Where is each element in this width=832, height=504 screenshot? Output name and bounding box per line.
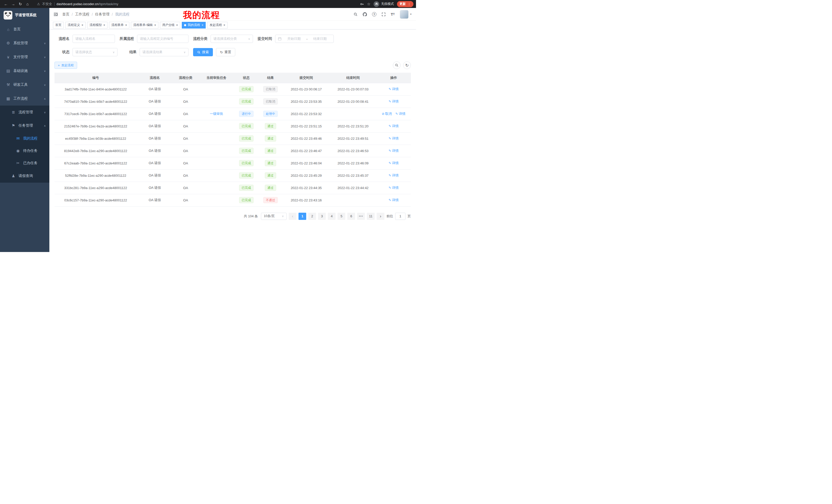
tab-process-model[interactable]: 流程模型× <box>87 22 107 29</box>
search-button[interactable]: 搜索 <box>193 48 213 56</box>
sidebar-item-home[interactable]: ⌂首页 <box>0 22 49 36</box>
next-page-button[interactable]: › <box>377 213 384 220</box>
current-task-link[interactable]: 一级审批 <box>210 112 223 116</box>
page-button-more[interactable]: ••• <box>357 213 365 220</box>
github-icon[interactable] <box>363 12 367 17</box>
incognito-icon <box>373 1 379 7</box>
close-icon[interactable]: × <box>81 24 83 27</box>
search-icon[interactable] <box>354 12 358 17</box>
browser-home-icon[interactable]: ⌂ <box>24 1 31 7</box>
sidebar-item-payment[interactable]: ¥支付管理∨ <box>0 50 49 64</box>
security-label[interactable]: 不安全 <box>42 2 52 6</box>
page-button-1[interactable]: 1 <box>298 213 306 220</box>
tab-process-form-edit[interactable]: 流程表单-编辑× <box>131 22 158 29</box>
close-icon[interactable]: × <box>125 24 127 27</box>
tab-user-group[interactable]: 用户分组× <box>160 22 180 29</box>
cancel-link[interactable]: ⊘取消 <box>382 111 392 116</box>
sidebar-item-devtools[interactable]: ⚒研发工具∨ <box>0 78 49 92</box>
page-button-11[interactable]: 11 <box>367 213 374 220</box>
update-button[interactable]: 更新 ⋮ <box>397 1 413 7</box>
tab-start-process[interactable]: 发起流程× <box>207 22 228 29</box>
sidebar-item-done-tasks[interactable]: ✂已办任务 <box>0 157 49 169</box>
gear-icon: ⚙ <box>5 41 11 46</box>
app-logo[interactable]: 芋道管理系统 <box>0 8 49 22</box>
result-tag: 已取消 <box>263 86 278 92</box>
detail-link[interactable]: ✎详情 <box>389 148 398 153</box>
breadcrumb-item[interactable]: 工作流程 <box>75 12 89 17</box>
breadcrumb-item[interactable]: 任务管理 <box>95 12 109 17</box>
parent-process-input[interactable]: 请输入流程定义的编号 <box>137 35 188 43</box>
detail-link[interactable]: ✎详情 <box>389 161 398 165</box>
sidebar-item-system[interactable]: ⚙系统管理∨ <box>0 36 49 50</box>
close-icon[interactable]: × <box>202 24 203 27</box>
active-dot <box>184 24 186 26</box>
toggle-search-button[interactable] <box>393 61 400 69</box>
incognito-badge[interactable]: 无痕模式 <box>373 1 394 7</box>
breadcrumb-separator: / <box>72 12 73 17</box>
browser-menu-icon[interactable]: ⋮ <box>408 2 411 6</box>
refresh-table-button[interactable]: ↻ <box>403 61 411 69</box>
prev-page-button[interactable]: ‹ <box>289 213 296 220</box>
start-date-placeholder[interactable]: 开始日期 <box>283 36 305 41</box>
start-process-button[interactable]: + 发起流程 <box>54 62 77 69</box>
page-size-select[interactable]: 10条/页 ∨ <box>261 213 287 220</box>
page-button-3[interactable]: 3 <box>318 213 326 220</box>
fullscreen-icon[interactable] <box>382 12 386 17</box>
forward-icon[interactable]: → <box>10 1 17 7</box>
tab-my-process[interactable]: 我的流程× <box>182 22 206 29</box>
tab-process-form[interactable]: 流程表单× <box>109 22 129 29</box>
cell-category: OA <box>173 108 199 120</box>
detail-link[interactable]: ✎详情 <box>389 136 398 141</box>
url-host[interactable]: dashboard.yudao.iocoder.cn <box>57 2 99 6</box>
url-path[interactable]: /bpm/task/my <box>99 2 118 6</box>
sidebar-item-label: 基础设施 <box>14 68 28 73</box>
close-icon[interactable]: × <box>224 24 225 27</box>
bookmark-star-icon[interactable]: ☆ <box>367 2 370 6</box>
end-date-placeholder[interactable]: 结束日期 <box>309 36 331 41</box>
cell-category: OA <box>173 83 199 95</box>
result-select[interactable]: 请选择流结果 ∨ <box>139 48 188 56</box>
close-icon[interactable]: × <box>103 24 105 27</box>
detail-link[interactable]: ✎详情 <box>395 111 406 116</box>
tab-process-definition[interactable]: 流程定义× <box>65 22 86 29</box>
back-icon[interactable]: ← <box>3 1 9 7</box>
page-button-2[interactable]: 2 <box>308 213 316 220</box>
goto-page-input[interactable]: 1 <box>395 213 406 220</box>
sidebar-item-todo-tasks[interactable]: ◉待办任务 <box>0 145 49 157</box>
hamburger-icon[interactable] <box>53 12 58 17</box>
close-icon[interactable]: × <box>176 24 178 27</box>
sidebar-item-task-management[interactable]: ⚑任务管理∧ <box>0 119 49 132</box>
submit-time-range-picker[interactable]: 开始日期 - 结束日期 <box>275 35 334 43</box>
tab-label: 流程表单-编辑 <box>133 23 153 27</box>
category-select[interactable]: 请选择流程分类 ∨ <box>211 35 253 43</box>
detail-link[interactable]: ✎详情 <box>389 186 398 190</box>
sidebar-item-process-management[interactable]: ≣流程管理∨ <box>0 106 49 119</box>
detail-link[interactable]: ✎详情 <box>389 124 398 129</box>
cell-end-time: 2022-01-22 23:44:42 <box>330 181 376 194</box>
sidebar-item-my-process[interactable]: ✉我的流程 <box>0 132 49 145</box>
password-key-icon[interactable] <box>360 2 364 6</box>
detail-link[interactable]: ✎详情 <box>389 99 398 104</box>
sidebar-item-workflow[interactable]: ▦工作流程∧ <box>0 92 49 106</box>
detail-link[interactable]: ✎详情 <box>389 87 398 91</box>
reload-icon[interactable]: ↻ <box>17 1 24 7</box>
breadcrumb-item[interactable]: 首页 <box>62 12 70 17</box>
address-bar[interactable]: ⚠ 不安全 dashboard.yudao.iocoder.cn/bpm/tas… <box>34 1 357 7</box>
user-menu[interactable]: ▼ <box>400 10 412 19</box>
font-size-icon[interactable]: TT <box>391 12 395 17</box>
detail-link[interactable]: ✎详情 <box>389 173 398 178</box>
cell-category: OA <box>173 157 199 169</box>
page-button-5[interactable]: 5 <box>338 213 345 220</box>
close-icon[interactable]: × <box>154 24 156 27</box>
status-select[interactable]: 请选择状态 ∨ <box>73 48 118 56</box>
page-button-6[interactable]: 6 <box>347 213 355 220</box>
tab-home[interactable]: 首页 <box>53 22 64 29</box>
page-button-4[interactable]: 4 <box>328 213 336 220</box>
sidebar-item-leave-query[interactable]: ♟请假查询 <box>0 169 49 183</box>
process-name-input[interactable]: 请输入流程名 <box>73 35 115 43</box>
sidebar-item-infrastructure[interactable]: ▤基础设施∨ <box>0 64 49 78</box>
detail-link[interactable]: ✎详情 <box>389 198 398 202</box>
cell-current-task <box>199 181 234 194</box>
help-icon[interactable]: ? <box>372 12 376 17</box>
reset-button[interactable]: ↻ 重置 <box>216 48 235 56</box>
